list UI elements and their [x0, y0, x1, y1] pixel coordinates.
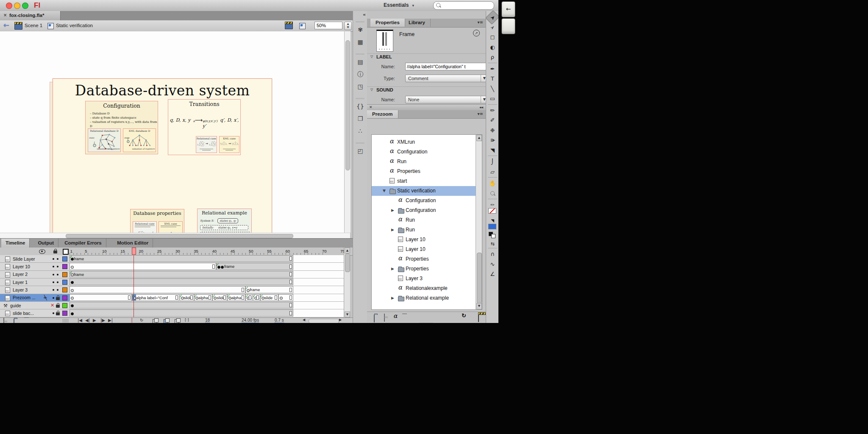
layer-row[interactable]: Slide Layer	[0, 255, 70, 263]
new-layer-button[interactable]	[3, 318, 4, 323]
free-transform-tool[interactable]: ◻	[487, 33, 498, 42]
spray-brush-tool[interactable]: ❉	[487, 126, 498, 135]
eraser-tool[interactable]: ▱	[487, 167, 498, 177]
loop-button[interactable]: ↻	[140, 318, 143, 323]
zoom-level-input[interactable]	[314, 22, 342, 29]
frame-span[interactable]: ∕∕frame	[70, 271, 293, 278]
tree-item-relational-example[interactable]: ▶Relational example	[372, 293, 482, 303]
tree-item-properties[interactable]: αProperties	[372, 254, 482, 264]
show-hide-all-layers-icon[interactable]	[39, 249, 45, 254]
tree-item-run[interactable]: ▶Run	[372, 225, 482, 235]
smooth-tool[interactable]: ∿	[487, 260, 498, 269]
layer-outline-color-swatch[interactable]	[62, 264, 67, 269]
scroll-down-arrow[interactable]: ▼	[345, 312, 350, 317]
edit-symbols-button[interactable]	[299, 23, 306, 29]
frame-row[interactable]	[70, 278, 344, 286]
frame-span[interactable]: ∕∕a	[253, 294, 260, 301]
collapsed-triangle-icon[interactable]: ▶	[391, 296, 394, 300]
layer-hidden-icon[interactable]: ✕	[50, 303, 54, 308]
scroll-left-arrow[interactable]: ◀	[303, 318, 305, 322]
zoom-stepper[interactable]: ▲▼	[344, 22, 352, 30]
layer-visibility-dot[interactable]	[53, 312, 54, 314]
relational-example-box[interactable]: Relational example System S: states q₁, …	[197, 209, 252, 233]
layer-outline-color-swatch[interactable]	[62, 272, 67, 277]
close-panel-icon[interactable]: ✕	[369, 105, 373, 109]
scroll-up-arrow[interactable]: ▲	[345, 248, 350, 253]
tab-prezoom[interactable]: Prezoom	[367, 110, 398, 118]
search-input[interactable]	[442, 2, 493, 9]
collapse-panel-icon[interactable]: ◂◂	[479, 105, 483, 109]
layer-visibility-dot[interactable]	[53, 281, 54, 283]
layer-visibility-dot[interactable]	[53, 266, 54, 267]
hand-tool[interactable]: ✋	[487, 179, 498, 188]
refresh-button[interactable]: ↻	[462, 312, 466, 319]
straighten-tool[interactable]: ∠	[487, 270, 498, 279]
layer-visibility-dot[interactable]	[53, 258, 54, 260]
layer-lock-dot[interactable]	[57, 281, 58, 283]
workspace-switcher[interactable]: Essentials▾	[384, 2, 414, 8]
frame-span[interactable]	[278, 294, 293, 301]
tree-item-properties[interactable]: ▶Properties	[372, 264, 482, 274]
frame-row[interactable]: ∕∕frame	[70, 255, 344, 263]
edit-scene-button[interactable]	[285, 23, 293, 29]
eyedropper-tool[interactable]: ⌡	[487, 157, 498, 167]
tree-item-start[interactable]: start	[372, 176, 482, 186]
layer-row[interactable]: Layer 2	[0, 271, 70, 278]
layer-lock-dot[interactable]	[57, 289, 58, 291]
layer-row[interactable]: Layer 10	[0, 263, 70, 270]
zoom-window-button[interactable]	[22, 3, 28, 9]
frame-row[interactable]	[70, 302, 344, 309]
paint-bucket-tool[interactable]: ◥	[487, 146, 498, 155]
play-button[interactable]: ▶	[93, 318, 96, 323]
database-properties-box[interactable]: Database properties Relational case → XM…	[130, 209, 184, 233]
collapsed-triangle-icon[interactable]: ▶	[391, 228, 394, 232]
text-tool[interactable]: T	[487, 74, 498, 83]
tree-item-run[interactable]: αRun	[372, 215, 482, 225]
modify-markers-button[interactable]: [·]	[185, 318, 189, 322]
edit-multiple-frames-button[interactable]	[175, 319, 179, 323]
stage-pasteboard[interactable]: Database-driven system Configuration – D…	[0, 31, 344, 233]
tree-item-relationalexample[interactable]: αRelationalexample	[372, 284, 482, 293]
expanded-triangle-icon[interactable]: ▼	[383, 189, 386, 193]
frame-row[interactable]: ∕∕alpha label="Conf∕∕slide∕∕alpha∕∕slide…	[70, 294, 344, 302]
tree-item-layer-10[interactable]: Layer 10	[372, 245, 482, 254]
back-button[interactable]: ←	[3, 21, 9, 29]
timeline-frames[interactable]: ∕∕frame∕∕frame∕∕frame∕∕frame∕∕alpha labe…	[70, 255, 344, 317]
frame-span[interactable]: ∕∕slide	[180, 294, 195, 301]
frame-span[interactable]	[70, 286, 245, 293]
center-frame-button[interactable]: │	[131, 318, 133, 323]
panel-resize-grip[interactable]	[420, 323, 433, 323]
tree-item-configuration[interactable]: αConfiguration	[372, 147, 482, 157]
layer-lock-dot[interactable]	[57, 274, 58, 275]
zoom-tool[interactable]	[487, 189, 498, 198]
onion-skin-outlines-button[interactable]	[164, 319, 168, 323]
tree-item-properties[interactable]: αProperties	[372, 167, 482, 176]
frame-span[interactable]: ∕∕alpha	[194, 294, 212, 301]
tree-item-static-verification[interactable]: ▼Static verification	[372, 186, 482, 196]
layer-locked-icon[interactable]	[56, 305, 60, 308]
timeline-vscroll-thumb[interactable]	[345, 253, 350, 272]
stage-hscroll-thumb[interactable]	[66, 234, 293, 238]
timeline-vertical-scrollbar[interactable]: ▲ ▼	[344, 248, 350, 317]
info-panel-icon[interactable]: ⓘ	[353, 71, 367, 78]
pen-tool[interactable]: ✒	[487, 64, 498, 74]
layer-visibility-dot[interactable]	[53, 297, 54, 299]
align-panel-icon[interactable]: ▤	[353, 58, 367, 65]
line-tool[interactable]: ╲	[487, 84, 498, 94]
search-field[interactable]	[433, 1, 494, 10]
configuration-box[interactable]: Configuration – Database D – state q fro…	[85, 101, 158, 154]
collapsed-triangle-icon[interactable]: ▶	[391, 208, 394, 212]
lasso-tool[interactable]: ρ	[487, 53, 498, 62]
step-forward-button[interactable]: |▶	[100, 318, 105, 323]
column-resize-grip[interactable]	[63, 319, 69, 323]
motion-presets-panel-icon[interactable]: ∴	[353, 128, 367, 134]
timeline-panel-tab-timeline[interactable]: Timeline	[1, 239, 30, 248]
layer-row[interactable]: Prezoom ...✏	[0, 294, 70, 302]
label-name-input[interactable]	[405, 63, 488, 70]
sound-name-dropdown[interactable]: None ▼	[405, 96, 488, 103]
frame-span[interactable]: ∕∕frame	[216, 263, 293, 270]
timeline-panel-tab-motion-editor[interactable]: Motion Editor	[113, 239, 153, 248]
label-type-dropdown[interactable]: Comment ▼	[405, 75, 488, 82]
layer-outline-color-swatch[interactable]	[62, 311, 67, 316]
code-snippets-panel-icon[interactable]: {}	[353, 103, 367, 110]
